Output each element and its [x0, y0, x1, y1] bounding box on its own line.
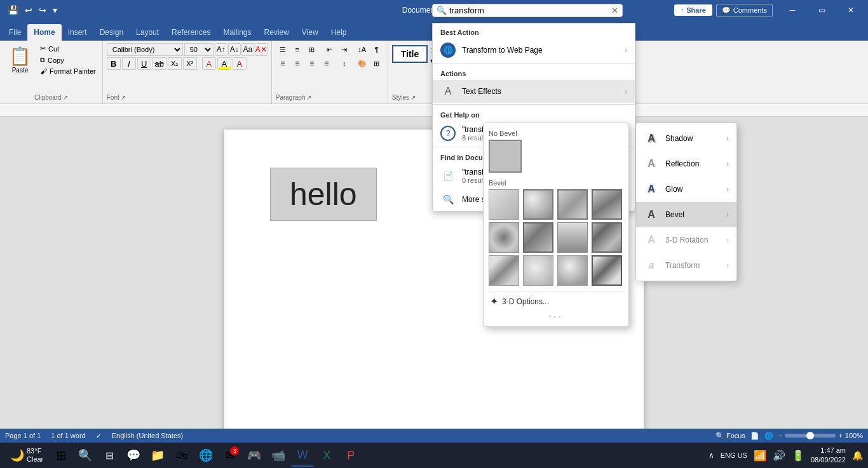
strikethrough-button[interactable]: ab — [153, 57, 166, 70]
store-taskbar-button[interactable]: 🛍 — [170, 444, 193, 467]
shading-button[interactable]: 🎨 — [355, 57, 369, 70]
sort-button[interactable]: ↕A — [355, 43, 369, 56]
shadow-item[interactable]: A Shadow › — [636, 126, 736, 151]
zoom-out-icon[interactable]: − — [778, 432, 782, 439]
bevel-item-8[interactable] — [592, 222, 622, 253]
tab-layout[interactable]: Layout — [130, 24, 165, 41]
borders-button[interactable]: ⊞ — [370, 57, 384, 70]
transform-web-page-item[interactable]: 🌐 Transform to Web Page › — [433, 39, 635, 62]
font-size-select[interactable]: 50 — [184, 43, 214, 56]
teams-taskbar-button[interactable]: 💬 — [122, 444, 145, 467]
clock-display[interactable]: 1:47 am 08/09/2022 — [811, 446, 846, 465]
wifi-icon[interactable]: 📶 — [754, 450, 766, 462]
reflection-item[interactable]: A Reflection › — [636, 151, 736, 177]
align-center-button[interactable]: ≡ — [290, 57, 304, 70]
task-view-button[interactable]: ⊟ — [98, 444, 121, 467]
align-right-button[interactable]: ≡ — [305, 57, 319, 70]
italic-button[interactable]: I — [122, 57, 136, 70]
font-family-select[interactable]: Calibri (Body) — [107, 43, 183, 56]
word-taskbar-button[interactable]: W — [291, 444, 314, 467]
bevel-item-6[interactable] — [523, 222, 553, 253]
start-button[interactable]: ⊞ — [50, 444, 72, 467]
zoom-slider[interactable] — [785, 434, 836, 438]
subscript-button[interactable]: X₂ — [168, 57, 182, 70]
bullets-button[interactable]: ☰ — [276, 43, 290, 56]
highlight-button[interactable]: A — [217, 57, 231, 70]
tab-help[interactable]: Help — [325, 24, 353, 41]
bevel-item-11[interactable] — [557, 255, 588, 286]
tab-insert[interactable]: Insert — [62, 24, 93, 41]
comments-button[interactable]: 💬 Comments — [716, 4, 773, 17]
title-style-box[interactable]: Title — [392, 45, 428, 63]
explorer-taskbar-button[interactable]: 📁 — [146, 444, 169, 467]
decrease-indent-button[interactable]: ⇤ — [323, 43, 337, 56]
bevel-item-12[interactable] — [592, 255, 622, 286]
align-left-button[interactable]: ≡ — [276, 57, 290, 70]
bevel-item-4[interactable] — [592, 189, 622, 220]
no-bevel-item[interactable] — [489, 140, 522, 173]
bevel-item-2[interactable] — [523, 189, 553, 220]
numbering-button[interactable]: ≡ — [290, 43, 304, 56]
format-painter-button[interactable]: 🖌 Format Painter — [37, 66, 98, 76]
excel-taskbar-button[interactable]: X — [315, 444, 338, 467]
restore-button[interactable]: ▭ — [807, 0, 836, 20]
tab-design[interactable]: Design — [93, 24, 130, 41]
minimize-button[interactable]: ─ — [778, 0, 807, 20]
speaker-icon[interactable]: 🔊 — [773, 450, 785, 462]
rotation-item[interactable]: A 3-D Rotation › — [636, 227, 736, 253]
tab-home[interactable]: Home — [27, 24, 61, 41]
battery-icon[interactable]: 🔋 — [792, 450, 804, 462]
text-color-button[interactable]: A — [202, 57, 216, 70]
text-effects-item[interactable]: A Text Effects › — [433, 80, 635, 103]
clear-format-button[interactable]: A✕ — [255, 43, 268, 56]
search-taskbar-button[interactable]: 🔍 — [74, 444, 97, 467]
transform-item[interactable]: a Transform › — [636, 253, 736, 278]
redo-qat-btn[interactable]: ↪ — [36, 4, 49, 17]
show-formatting-button[interactable]: ¶ — [370, 43, 384, 56]
bevel-item[interactable]: A Bevel › — [636, 202, 736, 227]
language-taskbar[interactable]: ENG US — [721, 451, 747, 459]
language-indicator[interactable]: English (United States) — [112, 432, 184, 439]
bevel-item-10[interactable] — [523, 255, 553, 286]
focus-button[interactable]: 🔍 Focus — [715, 432, 745, 440]
tab-view[interactable]: View — [295, 24, 325, 41]
web-layout-icon[interactable]: 🌐 — [764, 432, 773, 440]
tab-references[interactable]: References — [165, 24, 217, 41]
decrease-font-button[interactable]: A↓ — [228, 43, 241, 56]
multilevel-list-button[interactable]: ⊞ — [305, 43, 319, 56]
font-group-label[interactable]: Font ↗ — [107, 94, 126, 101]
bevel-item-1[interactable] — [489, 189, 519, 220]
search-close-icon[interactable]: ✕ — [611, 6, 618, 15]
cut-button[interactable]: ✂ Cut — [37, 43, 98, 54]
glow-item[interactable]: A Glow › — [636, 177, 736, 202]
superscript-button[interactable]: X² — [183, 57, 197, 70]
bevel-item-3[interactable] — [557, 189, 588, 220]
weather-widget[interactable]: 🌙 83°F Clear — [5, 447, 48, 464]
close-button[interactable]: ✕ — [836, 0, 865, 20]
powerpoint-taskbar-button[interactable]: P — [339, 444, 362, 467]
paragraph-group-label[interactable]: Paragraph ↗ — [276, 94, 312, 101]
mail-taskbar-button[interactable]: ✉ 3 — [219, 444, 241, 467]
tab-review[interactable]: Review — [257, 24, 295, 41]
line-spacing-button[interactable]: ↕ — [337, 57, 351, 70]
bevel-item-9[interactable] — [489, 255, 519, 286]
change-case-button[interactable]: Aa — [241, 43, 254, 56]
bold-button[interactable]: B — [107, 57, 121, 70]
3d-options-button[interactable]: ✦ 3-D Options... — [489, 291, 623, 311]
save-qat-btn[interactable]: 💾 — [5, 4, 21, 17]
zoom-in-icon[interactable]: + — [838, 432, 842, 439]
up-arrow-icon[interactable]: ∧ — [709, 451, 714, 460]
page-count[interactable]: Page 1 of 1 — [5, 432, 41, 439]
tab-file[interactable]: File — [3, 24, 27, 41]
copy-button[interactable]: ⧉ Copy — [37, 55, 98, 65]
customize-qat-btn[interactable]: ▾ — [50, 4, 60, 17]
print-layout-icon[interactable]: 📄 — [750, 432, 759, 440]
increase-indent-button[interactable]: ⇥ — [337, 43, 351, 56]
clipboard-label[interactable]: Clipboard ↗ — [34, 94, 68, 101]
notifications-icon[interactable]: 🔔 — [852, 450, 863, 460]
increase-font-button[interactable]: A↑ — [215, 43, 227, 56]
undo-qat-btn[interactable]: ↩ — [22, 4, 35, 17]
font-color-button[interactable]: A — [233, 57, 247, 70]
search-input[interactable] — [449, 6, 611, 15]
zoom-taskbar-button[interactable]: 📹 — [267, 444, 290, 467]
